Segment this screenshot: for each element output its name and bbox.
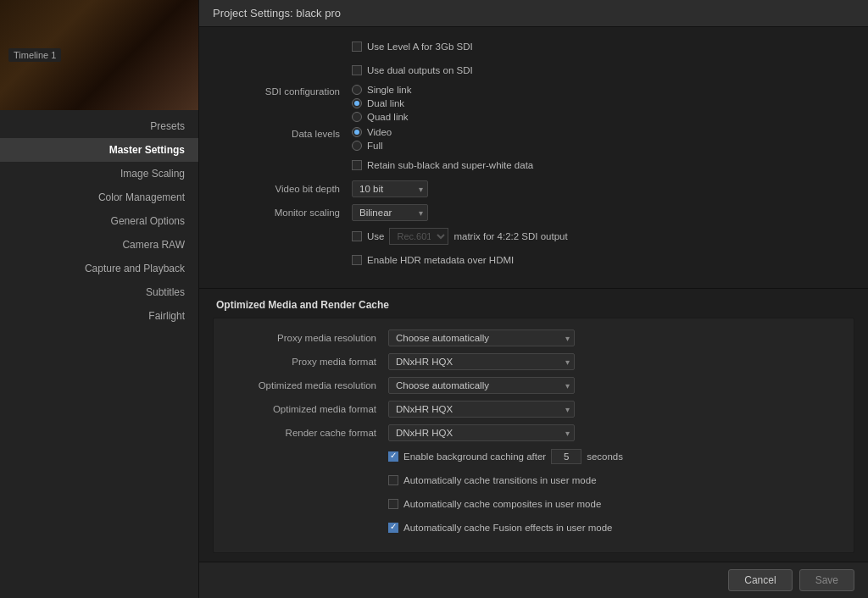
sidebar-item-color-management[interactable]: Color Management [0, 185, 198, 209]
sdi-config-options: Single link Dual link Quad link [352, 85, 411, 122]
sidebar-item-master-settings[interactable]: Master Settings [0, 138, 198, 162]
sdi-single-link-row: Single link [352, 85, 411, 95]
bg-cache-seconds-input[interactable] [551, 449, 581, 464]
monitor-scaling-wrapper: Bilinear [352, 204, 428, 221]
render-cache-wrapper: DNxHR HQX [388, 424, 575, 441]
auto-cache-composites-row: Automatically cache composites in user m… [227, 495, 840, 513]
bg-caching-label: Enable background caching after [403, 451, 546, 462]
proxy-format-wrapper: DNxHR HQX [388, 353, 575, 370]
auto-cache-composites-checkbox[interactable] [388, 499, 398, 509]
proxy-resolution-label: Proxy media resolution [227, 333, 388, 343]
proxy-format-label: Proxy media format [227, 357, 388, 367]
render-cache-select[interactable]: DNxHR HQX [388, 424, 575, 441]
bg-cache-suffix: seconds [587, 451, 623, 462]
optimized-section-header: Optimized Media and Render Cache [199, 289, 868, 318]
video-bit-depth-select[interactable]: 10 bit [352, 180, 428, 197]
data-video-radio[interactable] [352, 127, 362, 137]
auto-cache-transitions-row: Automatically cache transitions in user … [227, 471, 840, 490]
proxy-resolution-select[interactable]: Choose automatically [388, 329, 575, 346]
data-full-row: Full [352, 141, 392, 151]
enable-hdr-label: Enable HDR metadata over HDMI [367, 255, 514, 265]
sidebar: Timeline 1 Presets Master Settings Image… [0, 0, 199, 598]
render-cache-label: Render cache format [227, 428, 388, 438]
proxy-format-row: Proxy media format DNxHR HQX [227, 352, 840, 371]
optimized-resolution-select[interactable]: Choose automatically [388, 377, 575, 394]
use-level-a-checkbox-row: Use Level A for 3Gb SDI [352, 42, 473, 52]
monitor-scaling-row: Monitor scaling Bilinear [216, 203, 851, 222]
rec601-select[interactable]: Rec.601 [389, 228, 448, 245]
sidebar-nav: Presets Master Settings Image Scaling Co… [0, 110, 198, 328]
sidebar-item-image-scaling[interactable]: Image Scaling [0, 162, 198, 185]
sidebar-item-presets[interactable]: Presets [0, 114, 198, 138]
monitor-scaling-select[interactable]: Bilinear [352, 204, 428, 221]
enable-hdr-row: Enable HDR metadata over HDMI [216, 251, 851, 269]
bg-caching-row: Enable background caching after seconds [227, 447, 840, 466]
cancel-button[interactable]: Cancel [728, 569, 792, 591]
title-text: Project Settings: black pro [213, 7, 341, 19]
auto-cache-fusion-row: Automatically cache Fusion effects in us… [227, 518, 840, 537]
video-bit-depth-label: Video bit depth [216, 184, 352, 194]
use-level-a-row: Use Level A for 3Gb SDI [216, 37, 851, 56]
auto-cache-fusion-checkbox[interactable] [388, 523, 398, 533]
matrix-suffix-label: matrix for 4:2:2 SDI output [453, 231, 567, 241]
optimized-format-wrapper: DNxHR HQX [388, 401, 575, 418]
titlebar: Project Settings: black pro [199, 0, 868, 27]
auto-cache-transitions-checkbox-row: Automatically cache transitions in user … [388, 475, 597, 485]
sdi-quad-link-radio[interactable] [352, 112, 362, 122]
bg-caching-checkbox[interactable] [388, 451, 398, 462]
proxy-resolution-row: Proxy media resolution Choose automatica… [227, 329, 840, 347]
data-video-row: Video [352, 127, 392, 137]
sdi-single-link-radio[interactable] [352, 85, 362, 95]
retain-subblack-row: Retain sub-black and super-white data [216, 156, 851, 174]
use-level-a-label: Use Level A for 3Gb SDI [367, 42, 473, 52]
enable-hdr-checkbox-row: Enable HDR metadata over HDMI [352, 255, 514, 265]
use-dual-outputs-label: Use dual outputs on SDI [367, 65, 473, 75]
retain-subblack-checkbox[interactable] [352, 160, 362, 170]
use-dual-outputs-checkbox[interactable] [352, 65, 362, 75]
sdi-config-label: SDI configuration [216, 85, 352, 97]
proxy-format-select[interactable]: DNxHR HQX [388, 353, 575, 370]
render-cache-row: Render cache format DNxHR HQX [227, 424, 840, 442]
main-panel: Project Settings: black pro Use Level A … [199, 0, 868, 598]
use-level-a-checkbox[interactable] [352, 42, 362, 52]
retain-subblack-checkbox-row: Retain sub-black and super-white data [352, 160, 533, 170]
sdi-dual-link-row: Dual link [352, 98, 411, 108]
data-levels-options: Video Full [352, 127, 392, 151]
auto-cache-composites-label: Automatically cache composites in user m… [403, 499, 601, 509]
footer: Cancel Save [199, 562, 868, 598]
data-levels-label: Data levels [216, 127, 352, 139]
data-video-label: Video [367, 127, 392, 137]
optimized-resolution-row: Optimized media resolution Choose automa… [227, 376, 840, 395]
sidebar-item-subtitles[interactable]: Subtitles [0, 280, 198, 304]
proxy-resolution-wrapper: Choose automatically [388, 329, 575, 346]
sidebar-item-general-options[interactable]: General Options [0, 209, 198, 233]
sdi-quad-link-row: Quad link [352, 112, 411, 122]
optimized-resolution-wrapper: Choose automatically [388, 377, 575, 394]
auto-cache-transitions-checkbox[interactable] [388, 475, 398, 485]
sdi-section: Use Level A for 3Gb SDI Use dual outputs… [199, 27, 868, 289]
sidebar-item-capture-playback[interactable]: Capture and Playback [0, 257, 198, 280]
sidebar-item-camera-raw[interactable]: Camera RAW [0, 233, 198, 257]
monitor-scaling-label: Monitor scaling [216, 208, 352, 218]
sidebar-thumbnail: Timeline 1 [0, 0, 198, 110]
save-button[interactable]: Save [799, 569, 854, 591]
data-full-radio[interactable] [352, 141, 362, 151]
thumbnail-image: Timeline 1 [0, 0, 198, 110]
auto-cache-composites-checkbox-row: Automatically cache composites in user m… [388, 499, 601, 509]
sdi-single-link-label: Single link [367, 85, 411, 95]
video-bit-depth-wrapper: 10 bit [352, 180, 428, 197]
sdi-dual-link-radio[interactable] [352, 98, 362, 108]
optimized-subsection: Proxy media resolution Choose automatica… [213, 318, 854, 553]
use-matrix-checkbox[interactable] [352, 231, 362, 241]
optimized-format-select[interactable]: DNxHR HQX [388, 401, 575, 418]
sdi-dual-link-label: Dual link [367, 98, 404, 108]
timeline-label: Timeline 1 [8, 48, 61, 62]
sidebar-item-fairlight[interactable]: Fairlight [0, 304, 198, 328]
sdi-config-row: SDI configuration Single link Dual link … [216, 85, 851, 122]
use-dual-outputs-row: Use dual outputs on SDI [216, 61, 851, 80]
sdi-quad-link-label: Quad link [367, 112, 409, 122]
retain-subblack-label: Retain sub-black and super-white data [367, 160, 533, 170]
enable-hdr-checkbox[interactable] [352, 255, 362, 265]
use-matrix-controls: Use Rec.601 matrix for 4:2:2 SDI output [352, 228, 568, 245]
auto-cache-transitions-label: Automatically cache transitions in user … [403, 475, 597, 485]
